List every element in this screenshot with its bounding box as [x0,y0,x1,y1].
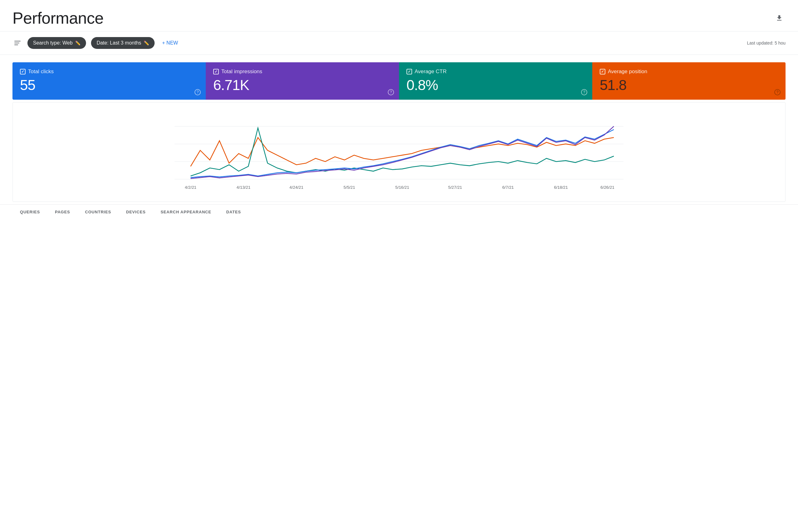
svg-text:5/27/21: 5/27/21 [448,185,462,190]
filter-button[interactable] [13,39,22,47]
svg-text:5/5/21: 5/5/21 [344,185,355,190]
metrics-section: Total clicks 55 ? Total impressions 6.71… [0,62,798,100]
position-label: Average position [608,69,647,75]
svg-text:6/7/21: 6/7/21 [502,185,514,190]
page-title: Performance [13,9,104,27]
last-updated-text: Last updated: 5 hou [747,40,785,45]
metric-header-impressions: Total impressions [213,69,392,75]
metric-header-clicks: Total clicks [20,69,198,75]
ctr-label: Average CTR [415,69,447,75]
metric-card-ctr[interactable]: Average CTR 0.8% ? [399,62,592,100]
svg-text:4/24/21: 4/24/21 [290,185,304,190]
clicks-checkbox[interactable] [20,69,25,74]
chart-container: 4/2/21 4/13/21 4/24/21 5/5/21 5/16/21 5/… [13,102,785,202]
page-wrapper: Performance Search type: Web ✏️ Date: La… [0,0,798,532]
impressions-help-icon[interactable]: ? [388,89,394,95]
edit-date-icon: ✏️ [144,40,149,45]
toolbar-section: Search type: Web ✏️ Date: Last 3 months … [0,32,798,55]
tab-countries[interactable]: COUNTRIES [78,205,119,220]
impressions-checkbox[interactable] [213,69,219,74]
new-button-label: + NEW [162,40,178,46]
performance-chart: 4/2/21 4/13/21 4/24/21 5/5/21 5/16/21 5/… [19,109,779,198]
date-range-chip[interactable]: Date: Last 3 months ✏️ [91,37,155,49]
chart-section: 4/2/21 4/13/21 4/24/21 5/5/21 5/16/21 5/… [0,100,798,202]
svg-text:6/26/21: 6/26/21 [600,185,614,190]
metric-header-position: Average position [600,69,778,75]
search-type-label: Search type: Web [33,40,73,46]
tab-devices[interactable]: DEVICES [119,205,153,220]
metric-header-ctr: Average CTR [406,69,585,75]
svg-text:4/2/21: 4/2/21 [185,185,196,190]
metric-card-clicks[interactable]: Total clicks 55 ? [13,62,206,100]
edit-icon: ✏️ [75,40,80,45]
filter-icon [14,41,21,45]
clicks-help-icon[interactable]: ? [195,89,201,95]
clicks-value: 55 [20,77,198,93]
position-checkbox[interactable] [600,69,605,74]
tab-pages[interactable]: PAGES [48,205,78,220]
tab-dates[interactable]: DATES [219,205,249,220]
svg-text:4/13/21: 4/13/21 [237,185,251,190]
metrics-cards: Total clicks 55 ? Total impressions 6.71… [13,62,785,100]
header-section: Performance [0,0,798,32]
metric-card-impressions[interactable]: Total impressions 6.71K ? [206,62,399,100]
date-range-label: Date: Last 3 months [97,40,141,46]
metric-card-position[interactable]: Average position 51.8 ? [592,62,785,100]
new-button[interactable]: + NEW [160,37,181,49]
impressions-label: Total impressions [221,69,262,75]
svg-text:6/18/21: 6/18/21 [554,185,568,190]
download-icon [776,14,783,22]
tab-queries[interactable]: QUERIES [13,205,48,220]
position-value: 51.8 [600,77,778,93]
svg-text:5/16/21: 5/16/21 [395,185,409,190]
clicks-label: Total clicks [28,69,54,75]
search-type-chip[interactable]: Search type: Web ✏️ [28,37,86,49]
tab-search-appearance[interactable]: SEARCH APPEARANCE [153,205,219,220]
bottom-tabs: QUERIES PAGES COUNTRIES DEVICES SEARCH A… [0,204,798,220]
position-help-icon[interactable]: ? [774,89,781,95]
download-button[interactable] [773,12,785,24]
ctr-checkbox[interactable] [406,69,412,74]
ctr-help-icon[interactable]: ? [581,89,587,95]
impressions-value: 6.71K [213,77,392,93]
ctr-value: 0.8% [406,77,585,93]
